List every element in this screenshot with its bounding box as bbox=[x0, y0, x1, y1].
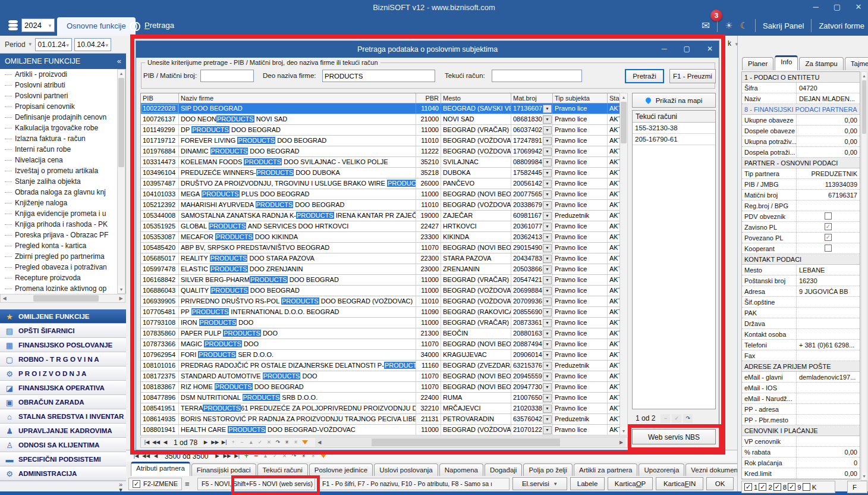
account-row[interactable]: 205-16790-61 bbox=[633, 134, 715, 145]
info-row[interactable]: MestoLEBANE bbox=[742, 265, 860, 275]
confirm-icon[interactable]: ✓ bbox=[256, 438, 264, 447]
info-row[interactable]: Šif.opštine bbox=[742, 297, 860, 308]
tab-tekući-računi[interactable]: Tekući računi bbox=[257, 463, 308, 476]
moon-icon[interactable]: ☾ bbox=[740, 20, 748, 31]
tab-planer[interactable]: Planer bbox=[742, 57, 773, 70]
scrollbar-thumb[interactable] bbox=[862, 80, 866, 134]
menu-lines-icon[interactable]: ≡ bbox=[185, 480, 194, 488]
table-row[interactable]: 108477896DSM NUTRITIONAL PRODUCTS SRB D.… bbox=[141, 393, 619, 403]
scroll-left-icon[interactable]: ◀ bbox=[1, 295, 8, 302]
info-row[interactable]: Telefoni+ 381 (0)61 6298... bbox=[742, 340, 860, 350]
next-icon[interactable]: ▶ bbox=[202, 438, 210, 447]
table-row[interactable]: 101719712FOREVER LIVING PRODUCTS DOO BEO… bbox=[141, 136, 619, 146]
nav-section-robno-trgovina[interactable]: ▢ROBNO - T R G O V I N A bbox=[0, 352, 126, 366]
prev-icon[interactable]: ◀ bbox=[152, 452, 160, 460]
matbroj-dropdown-icon[interactable]: ▼ bbox=[543, 426, 552, 434]
tab-uslovi-poslovanja[interactable]: Uslovi poslovanja bbox=[374, 463, 438, 476]
minimize-icon[interactable]: ─ bbox=[811, 2, 820, 11]
menu-pretraga[interactable]: Pretraga bbox=[130, 21, 174, 30]
info-row[interactable]: Dospele obaveze0,00 bbox=[742, 126, 860, 136]
info-row[interactable]: Povezano PL✓ bbox=[742, 233, 860, 243]
matbroj-dropdown-icon[interactable]: ▼ bbox=[543, 297, 552, 306]
nav-section-obracun-zarada[interactable]: ▣OBRAČUN ZARADA bbox=[0, 395, 126, 409]
scrollbar-thumb[interactable] bbox=[33, 295, 99, 302]
kartica-fin-button[interactable]: Kartica FIN bbox=[656, 477, 703, 490]
matbroj-dropdown-icon[interactable]: ▼ bbox=[543, 212, 552, 220]
collapse-icon[interactable]: « bbox=[117, 57, 121, 65]
matbroj-dropdown-icon[interactable]: ▼ bbox=[543, 223, 552, 231]
period-dropdown-icon[interactable]: ▼ bbox=[28, 42, 33, 47]
info-row[interactable]: Zavisno PL✓ bbox=[742, 222, 860, 233]
tab-upozorenja[interactable]: Upozorenja bbox=[639, 463, 684, 476]
nav-section-proizvodnja[interactable]: ⚙P R O I Z V O D N J A bbox=[0, 366, 126, 381]
labele-button[interactable]: Labele bbox=[570, 477, 605, 490]
info-row[interactable]: Rok plaćanja0 bbox=[742, 458, 860, 468]
last-icon[interactable]: ▶| bbox=[220, 438, 228, 447]
matbroj-dropdown-icon[interactable]: ▼ bbox=[543, 190, 552, 199]
column-header[interactable]: PIB bbox=[141, 93, 179, 103]
sidebar-item[interactable]: Promena lozinke aktivnog op bbox=[0, 283, 125, 294]
cancel-icon[interactable]: ✕ bbox=[265, 438, 273, 447]
table-row[interactable]: 105344008SAMOSTALNA ZANATSKA RADNJA K-PR… bbox=[141, 211, 619, 221]
matbroj-dropdown-icon[interactable]: ▼ bbox=[543, 201, 552, 209]
table-row[interactable]: 105353087MECAFOR PRODUCTS DOO KIKINDA233… bbox=[141, 232, 619, 243]
ok-button[interactable]: OK bbox=[706, 477, 734, 490]
bookmark2-icon[interactable]: ✳ bbox=[291, 438, 300, 447]
scroll-up-icon[interactable]: ▲ bbox=[861, 72, 867, 80]
sidebar-item[interactable]: Knjiga prihoda i rashoda - PK bbox=[0, 219, 125, 230]
matbroj-dropdown-icon[interactable]: ▼ bbox=[543, 137, 552, 145]
matbroj-dropdown-icon[interactable]: ▼ bbox=[543, 265, 552, 274]
tab-polja-po-želji[interactable]: Polja po želji bbox=[523, 463, 573, 476]
table-row[interactable]: 103957487DRUŠTVO ZA PROIZVODNJU, TRGOVIN… bbox=[141, 178, 619, 189]
matbroj-dropdown-icon[interactable]: ▼ bbox=[543, 255, 552, 263]
refresh-icon[interactable]: ↷ bbox=[290, 452, 298, 460]
matbroj-dropdown-icon[interactable]: ▼ bbox=[543, 105, 552, 113]
sidebar-item[interactable]: Izveštaj o prometu artikala bbox=[0, 165, 125, 176]
tree-horizontal-scrollbar[interactable]: ◀ ▶ bbox=[0, 294, 125, 303]
sidebar-item[interactable]: Knjiženje naloga bbox=[0, 198, 125, 208]
f2-checkbox[interactable]: ✓ bbox=[133, 480, 140, 488]
prev-fast-icon[interactable]: ◀◀ bbox=[152, 438, 161, 447]
info-row[interactable]: NazivDEJAN MLADEN... bbox=[742, 93, 860, 104]
scroll-down-icon[interactable]: ▼ bbox=[118, 286, 125, 293]
nav-section-opsti-sifarnici[interactable]: ▤OPŠTI ŠIFARNICI bbox=[0, 324, 126, 338]
table-row[interactable]: 104101033MEGA PRODUCTS PLUS DOO BEOGRAD1… bbox=[141, 189, 619, 200]
info-row[interactable]: Adresa9 JUGOVIĆA BB bbox=[742, 286, 860, 297]
table-horizontal-scrollbar[interactable]: ◀▶ bbox=[315, 438, 625, 447]
column-header[interactable]: Tip subjekta bbox=[553, 93, 608, 103]
matbroj-dropdown-icon[interactable]: ▼ bbox=[543, 330, 552, 338]
table-row[interactable]: 108172375STANDARD AUTOMOTIVE PRODUCTS DO… bbox=[141, 371, 619, 382]
matbroj-dropdown-icon[interactable]: ▼ bbox=[543, 233, 552, 242]
matbroj-dropdown-icon[interactable]: ▼ bbox=[543, 169, 552, 177]
matbroj-dropdown-icon[interactable]: ▼ bbox=[543, 383, 552, 391]
table-row[interactable]: 108614935BORIS NESTOROVIĆ PR RADNJA ZA P… bbox=[141, 414, 619, 425]
nav-section-finansijska-operativa[interactable]: ◪FINANSIJSKA OPERATIVA bbox=[0, 381, 126, 395]
sidebar-item[interactable]: Poreska prijava - Obrazac PF bbox=[0, 230, 125, 240]
pib-input[interactable] bbox=[200, 70, 254, 82]
table-row[interactable]: 101976884DINAMIC PRODUCTS DOO BEOGRAD112… bbox=[141, 146, 619, 157]
checked-checkbox[interactable]: ✓ bbox=[825, 234, 832, 241]
account-row[interactable]: 155-32130-38 bbox=[633, 123, 715, 134]
column-header[interactable]: Sta bbox=[608, 93, 620, 103]
maximize-icon[interactable]: ▢ bbox=[832, 2, 842, 11]
tab-finansijski-podaci[interactable]: Finansijski podaci bbox=[191, 463, 256, 476]
show-on-map-button[interactable]: Prikaži na mapi bbox=[632, 93, 716, 108]
info-row[interactable]: PP - Pbr.mesto bbox=[742, 415, 860, 425]
sidebar-item[interactable]: Stanje zaliha objekta bbox=[0, 176, 125, 187]
info-row[interactable]: Šifra04720 bbox=[742, 83, 860, 93]
matbroj-dropdown-icon[interactable]: ▼ bbox=[543, 351, 552, 359]
name-input[interactable] bbox=[322, 70, 435, 82]
tab-artikli-za-partnera[interactable]: Artikli za partnera bbox=[574, 463, 637, 476]
table-row[interactable]: 108541951TERRAPRODUCTS61 PREDUZEĆE ZA PO… bbox=[141, 403, 619, 414]
matbroj-dropdown-icon[interactable]: ▼ bbox=[543, 148, 552, 156]
matbroj-dropdown-icon[interactable]: ▼ bbox=[543, 405, 552, 413]
tab-tajmeri[interactable]: Tajmeri bbox=[845, 57, 868, 70]
sidebar-item[interactable]: Obrada naloga za glavnu knj bbox=[0, 187, 125, 198]
column-header[interactable]: Mesto bbox=[441, 93, 511, 103]
f-checkbox-panel[interactable]: F bbox=[847, 481, 867, 493]
info-row[interactable]: Kred.limit0,00 bbox=[742, 468, 860, 479]
tab-događaji[interactable]: Događaji bbox=[485, 463, 522, 476]
info-row[interactable]: Reg.broj / BPG bbox=[742, 200, 860, 211]
table-row[interactable]: 107835860PAPER PULP PRODUCTS DOO21300BEO… bbox=[141, 328, 619, 339]
info-row[interactable]: eMail - Narudž... bbox=[742, 393, 860, 404]
